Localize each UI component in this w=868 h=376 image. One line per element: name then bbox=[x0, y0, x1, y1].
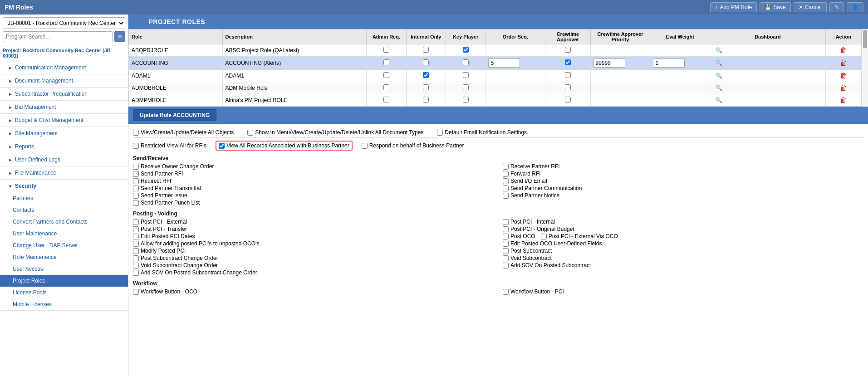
crewtime-approver-checkbox[interactable] bbox=[565, 47, 571, 53]
key-player-checkbox[interactable] bbox=[463, 72, 469, 78]
send-partner-punchlist-checkbox[interactable] bbox=[133, 200, 139, 206]
sidebar-item-reports[interactable]: ► Reports bbox=[0, 140, 128, 153]
add-sov-posted-subcontract-checkbox[interactable] bbox=[503, 263, 509, 269]
delete-icon[interactable]: 🗑 bbox=[840, 46, 847, 54]
sidebar-item-document[interactable]: ► Document Management bbox=[0, 74, 128, 87]
workflow-pci-checkbox[interactable] bbox=[503, 289, 509, 295]
send-partner-issue-checkbox[interactable] bbox=[133, 193, 139, 199]
project-select[interactable]: JB-00001 - Rockford Community Rec Center bbox=[3, 17, 125, 29]
internal-only-checkbox[interactable] bbox=[423, 59, 429, 65]
sidebar-item-budget[interactable]: ► Budget & Cost Management bbox=[0, 114, 128, 127]
receive-partner-rfi-checkbox[interactable] bbox=[503, 164, 509, 170]
post-oco-checkbox[interactable] bbox=[503, 234, 509, 239]
gear-icon[interactable]: ⚙ bbox=[114, 31, 125, 42]
crewtime-approver-checkbox[interactable] bbox=[565, 59, 571, 65]
add-pm-role-button[interactable]: + Add PM Role bbox=[710, 2, 757, 12]
crewtime-approver-checkbox[interactable] bbox=[565, 84, 571, 90]
allow-adding-pcis-checkbox[interactable] bbox=[133, 241, 139, 247]
edit-posted-pci-dates-checkbox[interactable] bbox=[133, 234, 139, 239]
key-player-checkbox[interactable] bbox=[463, 97, 469, 103]
table-scrollbar[interactable] bbox=[862, 29, 868, 107]
add-sov-subcontract-co-checkbox[interactable] bbox=[133, 270, 139, 276]
internal-only-checkbox[interactable] bbox=[423, 97, 429, 103]
sidebar-item-security[interactable]: ▼ Security bbox=[0, 180, 128, 192]
forward-rfi-checkbox[interactable] bbox=[503, 171, 509, 177]
restricted-view-rfis-checkbox[interactable] bbox=[133, 143, 139, 149]
view-create-all-checkbox[interactable] bbox=[133, 130, 139, 136]
eval-weight-input[interactable] bbox=[653, 59, 685, 68]
sidebar-item-contacts[interactable]: Contacts bbox=[0, 204, 128, 216]
sidebar-item-role-maint[interactable]: Role Maintenance bbox=[0, 251, 128, 263]
delete-icon[interactable]: 🗑 bbox=[840, 59, 847, 67]
send-io-email-checkbox[interactable] bbox=[503, 178, 509, 184]
internal-only-checkbox[interactable] bbox=[423, 72, 429, 78]
sidebar-item-project-roles[interactable]: Project Roles bbox=[0, 275, 128, 287]
sidebar-item-subcontractor[interactable]: ► Subcontractor Prequalification bbox=[0, 88, 128, 100]
sidebar-item-filemaint[interactable]: ► File Maintenance bbox=[0, 166, 128, 179]
post-pci-transfer-checkbox[interactable] bbox=[133, 226, 139, 232]
delete-icon[interactable]: 🗑 bbox=[840, 72, 847, 79]
sidebar-item-change-ldap[interactable]: Change User LDAP Server bbox=[0, 239, 128, 251]
show-in-menu-checkbox[interactable] bbox=[247, 130, 253, 136]
crewtime-approver-checkbox[interactable] bbox=[565, 72, 571, 78]
dashboard-search-icon[interactable]: 🔍 bbox=[713, 72, 725, 80]
sidebar-item-site[interactable]: ► Site Management bbox=[0, 127, 128, 140]
internal-only-checkbox[interactable] bbox=[423, 84, 429, 90]
crewtime-approver-checkbox[interactable] bbox=[565, 97, 571, 103]
dashboard-search-icon[interactable]: 🔍 bbox=[713, 59, 725, 67]
delete-icon[interactable]: 🗑 bbox=[840, 84, 847, 92]
dashboard-search-icon[interactable]: 🔍 bbox=[713, 84, 725, 92]
admin-req-checkbox[interactable] bbox=[383, 59, 389, 65]
send-partner-comm-checkbox[interactable] bbox=[503, 186, 509, 191]
respond-bp-checkbox[interactable] bbox=[362, 143, 368, 149]
program-search-input[interactable] bbox=[3, 31, 113, 42]
table-row[interactable]: ADAM1ADAM1🔍🗑 bbox=[129, 70, 862, 82]
edit-posted-oco-fields-checkbox[interactable] bbox=[503, 241, 509, 247]
send-partner-transmittal-checkbox[interactable] bbox=[133, 186, 139, 191]
admin-req-checkbox[interactable] bbox=[383, 72, 389, 78]
admin-req-checkbox[interactable] bbox=[383, 47, 389, 53]
send-partner-notice-checkbox[interactable] bbox=[503, 193, 509, 199]
delete-icon[interactable]: 🗑 bbox=[840, 96, 847, 104]
post-pci-orig-budget-checkbox[interactable] bbox=[503, 226, 509, 232]
table-row[interactable]: ADMOBROLEADM Mobile Role🔍🗑 bbox=[129, 82, 862, 94]
redirect-rfi-checkbox[interactable] bbox=[133, 178, 139, 184]
post-pci-ext-via-oco-checkbox[interactable] bbox=[541, 234, 547, 239]
post-pci-external-checkbox[interactable] bbox=[133, 219, 139, 225]
roles-table-scroll[interactable]: Role Description Admin Req. Internal Onl… bbox=[128, 29, 862, 107]
admin-req-checkbox[interactable] bbox=[383, 84, 389, 90]
post-subcontract-co-checkbox[interactable] bbox=[133, 255, 139, 261]
post-pci-internal-checkbox[interactable] bbox=[503, 219, 509, 225]
sidebar-item-partners[interactable]: Partners bbox=[0, 192, 128, 204]
void-subcontract-co-checkbox[interactable] bbox=[133, 263, 139, 269]
send-partner-rfi-checkbox[interactable] bbox=[133, 171, 139, 177]
post-subcontract-checkbox[interactable] bbox=[503, 248, 509, 254]
sidebar-item-communication[interactable]: ► Communication Management bbox=[0, 61, 128, 74]
key-player-checkbox[interactable] bbox=[463, 47, 469, 53]
key-player-checkbox[interactable] bbox=[463, 59, 469, 65]
key-player-checkbox[interactable] bbox=[463, 84, 469, 90]
sidebar-item-userlogs[interactable]: ► User-Defined Logs bbox=[0, 153, 128, 166]
update-role-button[interactable]: Update Role ACCOUNTING bbox=[133, 109, 216, 121]
sidebar-item-license-pools[interactable]: License Pools bbox=[0, 287, 128, 298]
save-button[interactable]: 💾 Save bbox=[760, 2, 790, 12]
order-seq-input[interactable] bbox=[488, 59, 520, 68]
sidebar-item-bid[interactable]: ► Bid Management bbox=[0, 101, 128, 113]
internal-only-checkbox[interactable] bbox=[423, 47, 429, 53]
user-button[interactable]: 👤 bbox=[847, 2, 863, 12]
sidebar-item-convert-partners[interactable]: Convert Partners and Contacts bbox=[0, 216, 128, 228]
table-row[interactable]: ABQPRJROLEABSC Project Role (QALatest)🔍🗑 bbox=[129, 44, 862, 57]
crewtime-priority-input[interactable] bbox=[593, 59, 625, 68]
edit-button[interactable]: ✎ bbox=[829, 2, 844, 12]
cancel-button[interactable]: ✕ Cancel bbox=[794, 2, 827, 12]
default-email-checkbox[interactable] bbox=[437, 130, 443, 136]
void-subcontract-checkbox[interactable] bbox=[503, 255, 509, 261]
dashboard-search-icon[interactable]: 🔍 bbox=[713, 46, 725, 54]
receive-owner-co-checkbox[interactable] bbox=[133, 164, 139, 170]
admin-req-checkbox[interactable] bbox=[383, 97, 389, 103]
dashboard-search-icon[interactable]: 🔍 bbox=[713, 96, 725, 104]
view-all-records-checkbox[interactable] bbox=[219, 143, 225, 149]
sidebar-item-user-maint[interactable]: User Maintenance bbox=[0, 228, 128, 239]
table-row[interactable]: ACCOUNTINGACCOUNTING (Alerts)🔍🗑 bbox=[129, 57, 862, 70]
table-row[interactable]: ADMPMROLEAlrina's PM Project ROLE🔍🗑 bbox=[129, 94, 862, 107]
